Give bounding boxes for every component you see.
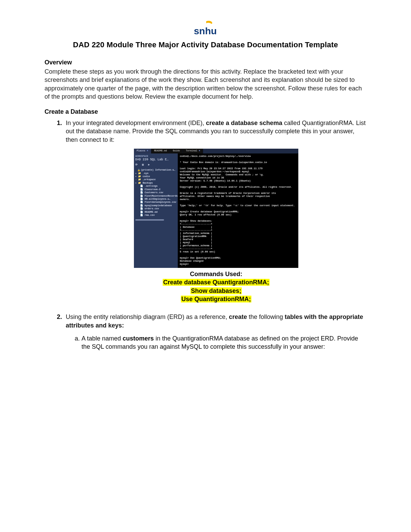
tree-row[interactable]: 📄 README.md — [135, 211, 176, 214]
step2-sublist: A table named customers in the Quantigra… — [66, 334, 366, 351]
step2-bold1: create — [229, 313, 247, 320]
ide-tab-bar: Places README.md Guide Terminal — [134, 149, 298, 153]
sidebar-scrollbar[interactable] — [135, 219, 164, 221]
command-line-1: Create database QuantigrationRMA; — [163, 279, 269, 286]
tab-terminal[interactable]: Terminal — [183, 149, 203, 153]
step2-mid: the following — [247, 313, 285, 320]
tree-row[interactable]: ▸ 📁 Backups — [135, 182, 176, 185]
document-title: DAD 220 Module Three Major Activity Data… — [45, 40, 366, 49]
step1-pre: In your integrated development environme… — [66, 120, 206, 126]
steps-list: In your integrated development environme… — [45, 119, 366, 351]
tree-row[interactable]: 📄 orders.csv — [135, 207, 176, 210]
step1-bold: create a database schema — [206, 120, 282, 126]
tree-row[interactable]: 📄 Customers.csv — [135, 191, 176, 194]
tab-guide[interactable]: Guide — [170, 149, 183, 153]
tree-row[interactable]: ▸ 📁 codio — [135, 175, 176, 178]
tree-row[interactable]: 📄 Classroom-2 — [135, 188, 176, 191]
step-1: In your integrated development environme… — [64, 119, 366, 303]
tree-row[interactable]: 📄 .settings — [135, 185, 176, 188]
overview-heading: Overview — [45, 59, 366, 66]
tab-places[interactable]: Places — [134, 149, 151, 153]
tree-row[interactable]: 📄 rma.csv — [135, 214, 176, 217]
tree-row[interactable]: · 📁 …orkspace — [135, 178, 176, 181]
sidebar-workspace-label: WORKSPACE — [135, 155, 176, 158]
command-line-3: Use QuantigrationRMA; — [181, 296, 251, 302]
logo-container: snhu — [45, 21, 366, 38]
tree-row[interactable]: 📄 Fleetdataemployees.csv — [135, 201, 176, 204]
command-line-2: Show databases; — [190, 287, 241, 294]
commands-label: Commands Used: — [66, 270, 366, 278]
tree-row[interactable]: 📄 FleetMaintenanceRecords.c — [135, 195, 176, 198]
tree-row[interactable]: 📄 mysqlsampledatabase — [135, 204, 176, 207]
step-2: Using the entity relationship diagram (E… — [64, 313, 366, 351]
ide-sidebar: WORKSPACE DAD 220 SQL Lab E… ⟳ ▦ ▶ (priv… — [134, 153, 178, 268]
tree-row[interactable]: (private) Information-s… — [135, 169, 176, 172]
sidebar-icon-row: ⟳ ▦ ▶ — [135, 163, 176, 166]
logo-text: snhu — [194, 26, 217, 36]
step-2a: A table named customers in the Quantigra… — [82, 334, 366, 351]
ide-body: WORKSPACE DAD 220 SQL Lab E… ⟳ ▦ ▶ (priv… — [134, 153, 298, 268]
create-db-heading: Create a Database — [45, 108, 366, 115]
lock-icon — [137, 169, 140, 171]
terminal-panel[interactable]: codio@…/docs.codio.com/project/deploy/…/… — [178, 153, 298, 268]
sidebar-project-name: DAD 220 SQL Lab E… — [135, 158, 176, 162]
tab-readme[interactable]: README.md — [151, 149, 170, 153]
overview-body: Complete these steps as you work through… — [45, 67, 366, 101]
step2-pre: Using the entity relationship diagram (E… — [66, 313, 229, 320]
document-page: snhu DAD 220 Module Three Major Activity… — [0, 0, 411, 532]
step2a-bold: customers — [123, 335, 154, 342]
snhu-logo: snhu — [193, 21, 218, 36]
tree-row[interactable]: ▸ 📁 .sys — [135, 172, 176, 175]
commands-used-block: Commands Used: Create database Quantigra… — [66, 270, 366, 303]
ide-screenshot: Places README.md Guide Terminal WORKSPAC… — [134, 149, 298, 268]
step2a-pre: A table named — [82, 335, 123, 342]
file-tree: (private) Information-s… ▸ 📁 .sys ▸ 📁 co… — [135, 169, 176, 217]
